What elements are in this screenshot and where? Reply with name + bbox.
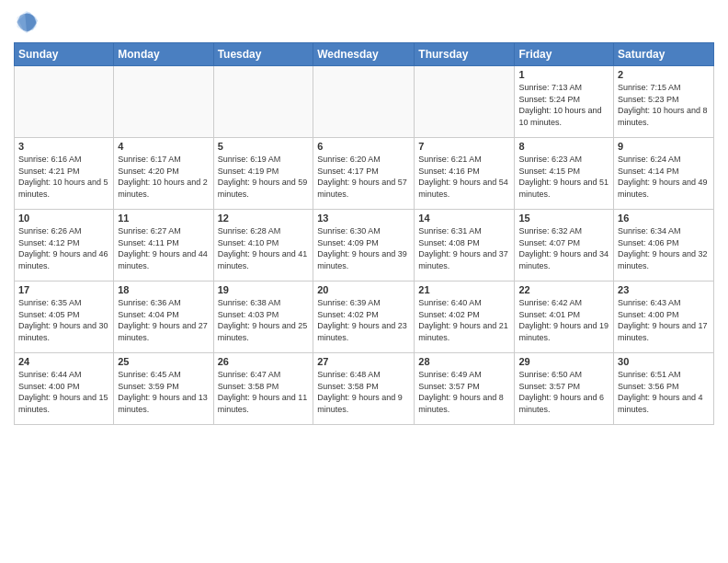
calendar-header-row: SundayMondayTuesdayWednesdayThursdayFrid… [15, 43, 714, 66]
calendar-cell: 25Sunrise: 6:45 AM Sunset: 3:59 PM Dayli… [114, 353, 213, 425]
calendar-header-wednesday: Wednesday [313, 43, 415, 66]
day-number: 14 [418, 213, 510, 224]
calendar-cell: 10Sunrise: 6:26 AM Sunset: 4:12 PM Dayli… [15, 210, 114, 282]
calendar-cell: 26Sunrise: 6:47 AM Sunset: 3:58 PM Dayli… [213, 353, 313, 425]
calendar-cell: 23Sunrise: 6:43 AM Sunset: 4:00 PM Dayli… [614, 282, 714, 353]
calendar-cell: 27Sunrise: 6:48 AM Sunset: 3:58 PM Dayli… [313, 353, 415, 425]
calendar-cell: 4Sunrise: 6:17 AM Sunset: 4:20 PM Daylig… [114, 138, 213, 210]
day-info: Sunrise: 6:42 AM Sunset: 4:01 PM Dayligh… [518, 297, 609, 343]
calendar-header-thursday: Thursday [415, 43, 515, 66]
day-number: 12 [218, 213, 310, 224]
logo [14, 9, 43, 35]
day-number: 30 [618, 356, 710, 367]
day-info: Sunrise: 6:43 AM Sunset: 4:00 PM Dayligh… [618, 297, 710, 343]
day-number: 28 [418, 356, 510, 367]
day-number: 29 [518, 356, 609, 367]
calendar-cell: 22Sunrise: 6:42 AM Sunset: 4:01 PM Dayli… [515, 282, 614, 353]
day-number: 16 [618, 213, 710, 224]
day-info: Sunrise: 7:13 AM Sunset: 5:24 PM Dayligh… [518, 82, 609, 128]
day-number: 6 [317, 141, 410, 152]
day-info: Sunrise: 6:34 AM Sunset: 4:06 PM Dayligh… [618, 225, 710, 271]
calendar-cell: 8Sunrise: 6:23 AM Sunset: 4:15 PM Daylig… [515, 138, 614, 210]
calendar-cell: 17Sunrise: 6:35 AM Sunset: 4:05 PM Dayli… [15, 282, 114, 353]
calendar-cell: 16Sunrise: 6:34 AM Sunset: 4:06 PM Dayli… [614, 210, 714, 282]
calendar-cell: 9Sunrise: 6:24 AM Sunset: 4:14 PM Daylig… [614, 138, 714, 210]
calendar-cell: 12Sunrise: 6:28 AM Sunset: 4:10 PM Dayli… [213, 210, 313, 282]
day-number: 17 [18, 284, 109, 295]
day-info: Sunrise: 6:39 AM Sunset: 4:02 PM Dayligh… [317, 297, 410, 343]
calendar-header-saturday: Saturday [614, 43, 714, 66]
day-number: 1 [518, 69, 609, 80]
calendar-cell [415, 66, 515, 138]
calendar-header-monday: Monday [114, 43, 213, 66]
day-info: Sunrise: 6:31 AM Sunset: 4:08 PM Dayligh… [418, 225, 510, 271]
calendar-header-friday: Friday [515, 43, 614, 66]
calendar-cell: 1Sunrise: 7:13 AM Sunset: 5:24 PM Daylig… [515, 66, 614, 138]
calendar: SundayMondayTuesdayWednesdayThursdayFrid… [14, 42, 714, 425]
calendar-cell: 2Sunrise: 7:15 AM Sunset: 5:23 PM Daylig… [614, 66, 714, 138]
day-info: Sunrise: 6:24 AM Sunset: 4:14 PM Dayligh… [618, 154, 710, 200]
day-number: 5 [218, 141, 310, 152]
calendar-header-tuesday: Tuesday [213, 43, 313, 66]
calendar-cell: 28Sunrise: 6:49 AM Sunset: 3:57 PM Dayli… [415, 353, 515, 425]
calendar-cell: 19Sunrise: 6:38 AM Sunset: 4:03 PM Dayli… [213, 282, 313, 353]
day-number: 10 [18, 213, 109, 224]
calendar-cell: 13Sunrise: 6:30 AM Sunset: 4:09 PM Dayli… [313, 210, 415, 282]
calendar-cell: 3Sunrise: 6:16 AM Sunset: 4:21 PM Daylig… [15, 138, 114, 210]
calendar-cell: 29Sunrise: 6:50 AM Sunset: 3:57 PM Dayli… [515, 353, 614, 425]
day-number: 2 [618, 69, 710, 80]
day-info: Sunrise: 6:20 AM Sunset: 4:17 PM Dayligh… [317, 154, 410, 200]
day-number: 21 [418, 284, 510, 295]
day-number: 19 [218, 284, 310, 295]
calendar-week-5: 24Sunrise: 6:44 AM Sunset: 4:00 PM Dayli… [15, 353, 714, 425]
calendar-cell [114, 66, 213, 138]
logo-icon [14, 9, 40, 35]
calendar-cell: 6Sunrise: 6:20 AM Sunset: 4:17 PM Daylig… [313, 138, 415, 210]
calendar-week-2: 3Sunrise: 6:16 AM Sunset: 4:21 PM Daylig… [15, 138, 714, 210]
day-info: Sunrise: 6:28 AM Sunset: 4:10 PM Dayligh… [218, 225, 310, 271]
calendar-cell: 21Sunrise: 6:40 AM Sunset: 4:02 PM Dayli… [415, 282, 515, 353]
day-info: Sunrise: 6:17 AM Sunset: 4:20 PM Dayligh… [118, 154, 209, 200]
day-info: Sunrise: 6:16 AM Sunset: 4:21 PM Dayligh… [18, 154, 109, 200]
day-number: 9 [618, 141, 710, 152]
calendar-week-3: 10Sunrise: 6:26 AM Sunset: 4:12 PM Dayli… [15, 210, 714, 282]
calendar-week-4: 17Sunrise: 6:35 AM Sunset: 4:05 PM Dayli… [15, 282, 714, 353]
day-info: Sunrise: 6:48 AM Sunset: 3:58 PM Dayligh… [317, 369, 410, 415]
day-number: 22 [518, 284, 609, 295]
day-info: Sunrise: 6:36 AM Sunset: 4:04 PM Dayligh… [118, 297, 209, 343]
calendar-cell [15, 66, 114, 138]
day-info: Sunrise: 6:44 AM Sunset: 4:00 PM Dayligh… [18, 369, 109, 415]
day-info: Sunrise: 6:19 AM Sunset: 4:19 PM Dayligh… [218, 154, 310, 200]
day-number: 7 [418, 141, 510, 152]
day-info: Sunrise: 7:15 AM Sunset: 5:23 PM Dayligh… [618, 82, 710, 128]
calendar-cell: 11Sunrise: 6:27 AM Sunset: 4:11 PM Dayli… [114, 210, 213, 282]
day-info: Sunrise: 6:40 AM Sunset: 4:02 PM Dayligh… [418, 297, 510, 343]
day-number: 13 [317, 213, 410, 224]
calendar-cell: 20Sunrise: 6:39 AM Sunset: 4:02 PM Dayli… [313, 282, 415, 353]
day-number: 23 [618, 284, 710, 295]
day-number: 26 [218, 356, 310, 367]
day-info: Sunrise: 6:49 AM Sunset: 3:57 PM Dayligh… [418, 369, 510, 415]
calendar-week-1: 1Sunrise: 7:13 AM Sunset: 5:24 PM Daylig… [15, 66, 714, 138]
calendar-cell: 5Sunrise: 6:19 AM Sunset: 4:19 PM Daylig… [213, 138, 313, 210]
calendar-cell [313, 66, 415, 138]
day-number: 20 [317, 284, 410, 295]
calendar-cell: 7Sunrise: 6:21 AM Sunset: 4:16 PM Daylig… [415, 138, 515, 210]
day-info: Sunrise: 6:47 AM Sunset: 3:58 PM Dayligh… [218, 369, 310, 415]
day-info: Sunrise: 6:45 AM Sunset: 3:59 PM Dayligh… [118, 369, 209, 415]
day-number: 27 [317, 356, 410, 367]
day-info: Sunrise: 6:30 AM Sunset: 4:09 PM Dayligh… [317, 225, 410, 271]
calendar-cell: 24Sunrise: 6:44 AM Sunset: 4:00 PM Dayli… [15, 353, 114, 425]
day-number: 3 [18, 141, 109, 152]
calendar-cell: 18Sunrise: 6:36 AM Sunset: 4:04 PM Dayli… [114, 282, 213, 353]
day-number: 11 [118, 213, 209, 224]
day-number: 8 [518, 141, 609, 152]
day-info: Sunrise: 6:23 AM Sunset: 4:15 PM Dayligh… [518, 154, 609, 200]
day-number: 15 [518, 213, 609, 224]
day-number: 25 [118, 356, 209, 367]
header [14, 9, 714, 35]
day-info: Sunrise: 6:26 AM Sunset: 4:12 PM Dayligh… [18, 225, 109, 271]
calendar-header-sunday: Sunday [15, 43, 114, 66]
day-info: Sunrise: 6:21 AM Sunset: 4:16 PM Dayligh… [418, 154, 510, 200]
page: SundayMondayTuesdayWednesdayThursdayFrid… [0, 0, 728, 434]
